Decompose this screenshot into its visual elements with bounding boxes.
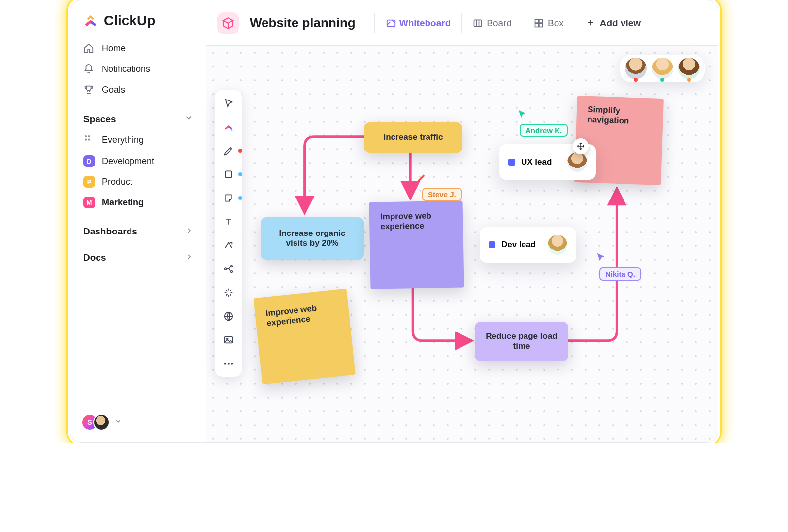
cursor-icon (595, 252, 606, 266)
spaces-header[interactable]: Spaces (70, 106, 206, 130)
sticky-label: Improve web experience (265, 301, 339, 329)
avatar (567, 152, 587, 172)
view-label: Whiteboard (399, 18, 451, 29)
grid-icon (534, 18, 544, 28)
nav-notifications[interactable]: Notifications (70, 59, 206, 79)
svg-point-12 (225, 268, 227, 270)
add-view-button[interactable]: Add view (586, 18, 641, 29)
view-box[interactable]: Box (534, 18, 564, 29)
cursor-label-andrew: Andrew K. (520, 124, 568, 137)
whiteboard-canvas[interactable]: + .pp.face1::after{background:#ff4638} .… (206, 46, 718, 442)
svg-rect-8 (535, 23, 538, 27)
square-icon[interactable] (222, 168, 235, 181)
canvas-toolbar: + (215, 90, 242, 377)
globe-icon[interactable] (222, 310, 235, 323)
connector-icon[interactable] (222, 239, 235, 252)
presence-avatar[interactable]: .pp.face3::after{background:#ff9a3c} (678, 58, 700, 79)
space-marketing[interactable]: M Marketing (70, 192, 206, 213)
node-label: Increase organic visits by 20% (271, 229, 353, 248)
app-frame: ClickUp Home Notifications Goals Spaces (70, 0, 718, 443)
docs-header[interactable]: Docs (70, 243, 206, 268)
node-reduce-load[interactable]: Reduce page load time (475, 322, 568, 361)
divider (523, 13, 523, 33)
sticky-improve-web-2[interactable]: Improve web experience (253, 289, 355, 385)
task-card-dev-lead[interactable]: Dev lead (480, 227, 576, 263)
space-badge: D (83, 155, 95, 167)
hierarchy-icon[interactable] (222, 263, 235, 275)
text-icon[interactable] (222, 215, 235, 228)
nav-label: Home (102, 43, 126, 54)
everything-label: Everything (102, 135, 144, 145)
svg-point-14 (231, 271, 233, 273)
divider (575, 13, 575, 33)
brand: ClickUp (70, 12, 206, 38)
svg-rect-9 (539, 23, 543, 27)
nav-goals[interactable]: Goals (70, 79, 206, 100)
svg-point-19 (228, 363, 230, 365)
view-board[interactable]: Board (473, 18, 512, 29)
svg-rect-6 (535, 19, 538, 23)
sticky-note-icon[interactable] (222, 192, 235, 204)
presence-avatar[interactable]: .pp.face1::after{background:#ff4638} (625, 58, 647, 79)
dashboards-label: Dashboards (83, 226, 137, 237)
main: Website planning Whiteboard Board (206, 0, 718, 442)
sidebar-everything[interactable]: Everything (70, 130, 206, 151)
dashboards-header[interactable]: Dashboards (70, 219, 206, 242)
bell-icon (83, 64, 94, 74)
more-icon[interactable] (222, 357, 235, 370)
nav-label: Notifications (102, 64, 150, 74)
page-icon-chip (217, 12, 239, 34)
clickup-logo-icon (82, 12, 99, 29)
page-title: Website planning (250, 15, 356, 31)
profile-cluster[interactable]: S (70, 409, 206, 435)
space-development[interactable]: D Development (70, 151, 206, 171)
svg-point-18 (224, 363, 226, 365)
cursor-icon[interactable] (222, 97, 235, 110)
pen-icon[interactable] (222, 144, 235, 157)
move-handle-icon[interactable] (573, 138, 589, 154)
board-icon (473, 18, 483, 28)
card-label: Dev lead (501, 240, 536, 250)
svg-point-1 (88, 135, 90, 137)
sidebar: ClickUp Home Notifications Goals Spaces (70, 0, 206, 442)
svg-point-2 (85, 139, 87, 141)
home-icon (83, 43, 94, 54)
svg-point-3 (88, 139, 90, 141)
pen-cursor-icon (416, 172, 427, 186)
space-label: Marketing (102, 198, 144, 208)
space-product[interactable]: P Product (70, 171, 206, 192)
sparkles-icon[interactable] (222, 286, 235, 299)
nav-home[interactable]: Home (70, 38, 206, 59)
docs-label: Docs (83, 252, 106, 263)
svg-rect-11 (225, 171, 231, 177)
sticky-improve-web-1[interactable]: Improve web experience (369, 200, 464, 289)
space-badge: M (83, 197, 95, 208)
svg-point-0 (85, 135, 87, 137)
topbar: Website planning Whiteboard Board (206, 0, 718, 46)
presence-avatar[interactable]: .pp.face2::after{background:#19d4a7} (652, 58, 673, 79)
presence-cluster[interactable]: .pp.face1::after{background:#ff4638} .pp… (620, 55, 705, 82)
divider (374, 13, 375, 33)
sticky-label: Simplify navigation (587, 105, 653, 127)
space-label: Development (102, 156, 154, 166)
card-label: UX lead (521, 157, 552, 167)
status-square (489, 241, 495, 248)
plus-icon (586, 18, 596, 28)
chevron-right-icon (185, 252, 193, 263)
sticky-label: Improve web experience (380, 211, 453, 232)
add-view-label: Add view (600, 18, 641, 29)
node-increase-traffic[interactable]: Increase traffic (364, 122, 462, 153)
node-label: Increase traffic (384, 133, 443, 142)
clickup-ai-icon[interactable]: + (222, 121, 235, 133)
node-increase-visits[interactable]: Increase organic visits by 20% (261, 217, 364, 260)
view-whiteboard[interactable]: Whiteboard (386, 18, 451, 29)
view-label: Board (487, 18, 512, 29)
image-icon[interactable] (222, 333, 235, 346)
status-square (508, 159, 515, 166)
divider (461, 13, 462, 33)
space-badge: P (83, 176, 95, 188)
svg-point-20 (231, 363, 233, 365)
cursor-label-steve: Steve J. (422, 188, 462, 201)
svg-point-13 (231, 266, 233, 267)
whiteboard-icon (386, 18, 395, 28)
